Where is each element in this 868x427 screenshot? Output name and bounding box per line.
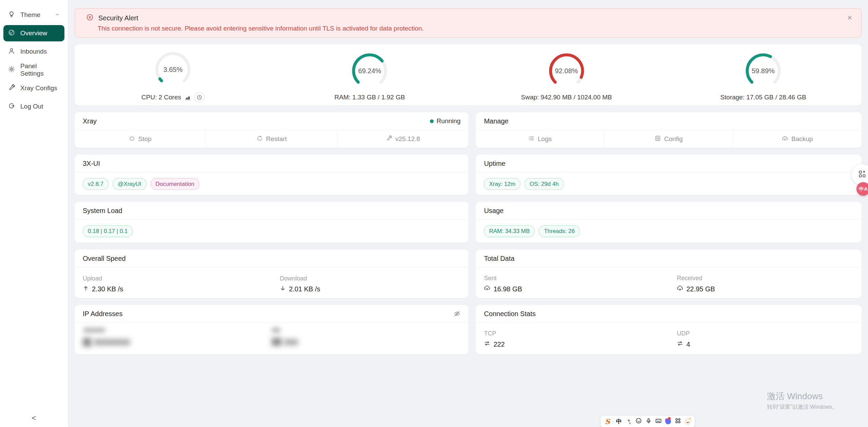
received-stat: Received 22.95 GB bbox=[669, 270, 862, 298]
logout-icon bbox=[8, 102, 15, 111]
keyboard-icon bbox=[655, 418, 662, 426]
udp-stat: UDP 4 bbox=[669, 325, 862, 353]
logs-button[interactable]: Logs bbox=[476, 130, 604, 148]
arrow-down-icon bbox=[280, 285, 286, 293]
swap-arrows-icon bbox=[677, 340, 683, 348]
ime-punctuation-button[interactable]: °, bbox=[625, 416, 633, 427]
ime-sticker-button[interactable]: ✦ bbox=[684, 416, 692, 427]
usage-card: Usage RAM: 34.33 MB Threads: 26 bbox=[476, 202, 862, 243]
grid-sparkle-icon bbox=[858, 170, 867, 180]
ip-addresses-card: IP Addresses bbox=[75, 305, 469, 354]
windows-activation-watermark: 激活 Windows 转到“设置”以激活 Windows。 bbox=[767, 390, 837, 411]
sent-value: 16.98 GB bbox=[493, 285, 522, 293]
version-tag[interactable]: v2.8.7 bbox=[83, 178, 108, 190]
upload-speed-value: 2.30 KB /s bbox=[92, 285, 123, 293]
sparkle-icon: ✦ bbox=[689, 417, 691, 420]
sidebar-item-label: Theme bbox=[20, 11, 50, 19]
translate-button[interactable]: 中A bbox=[856, 182, 868, 196]
ime-skin-button[interactable] bbox=[664, 416, 672, 427]
restart-button[interactable]: Restart bbox=[206, 130, 337, 148]
smiley-icon bbox=[635, 418, 642, 425]
ime-toolbar: S 中 °, ✦ bbox=[600, 416, 695, 427]
manage-card: Manage Logs Config bbox=[476, 112, 862, 148]
swap-percent: 92.08% bbox=[547, 51, 587, 91]
cpu-chart-icon[interactable] bbox=[184, 94, 191, 101]
xrayui-tag[interactable]: @XrayUI bbox=[113, 178, 146, 190]
usage-title: Usage bbox=[484, 207, 504, 215]
chevron-down-icon bbox=[55, 11, 60, 19]
cpu-percent: 3.65% bbox=[153, 50, 193, 90]
tcp-stat: TCP 222 bbox=[476, 325, 669, 353]
total-data-card: Total Data Sent 16.98 GB Received bbox=[476, 250, 862, 298]
ip-addresses-title: IP Addresses bbox=[83, 310, 122, 318]
toolbox-grid-icon bbox=[675, 418, 681, 425]
ime-language-mode-button[interactable]: 中 bbox=[615, 416, 623, 427]
sidebar-item-panel-settings[interactable]: Panel Settings bbox=[3, 62, 64, 78]
ime-divider bbox=[613, 419, 613, 425]
overall-speed-title: Overall Speed bbox=[83, 255, 126, 263]
threex-card: 3X-UI v2.8.7 @XrayUI Documentation bbox=[75, 155, 469, 195]
cpu-label: CPU: 2 Cores bbox=[141, 94, 181, 101]
sidebar-item-logout[interactable]: Log Out bbox=[3, 98, 64, 115]
swap-label: Swap: 942.90 MB / 1024.00 MB bbox=[521, 94, 612, 101]
connection-stats-card: Connection Stats TCP 222 UDP bbox=[476, 305, 862, 354]
sidebar-item-label: Panel Settings bbox=[20, 62, 60, 77]
dashboard-icon bbox=[8, 29, 15, 38]
ime-voice-button[interactable] bbox=[644, 416, 653, 427]
ram-usage-tag: RAM: 34.33 MB bbox=[484, 225, 535, 237]
xray-uptime-tag: Xray: 12m bbox=[484, 178, 520, 190]
os-uptime-tag: OS: 29d 4h bbox=[525, 178, 564, 190]
backup-button[interactable]: Backup bbox=[733, 130, 862, 148]
ip-addresses-hidden-content bbox=[75, 323, 469, 354]
eye-slash-icon[interactable] bbox=[454, 310, 460, 317]
config-file-icon bbox=[655, 135, 661, 143]
uptime-card-title: Uptime bbox=[484, 160, 505, 168]
ram-gauge: 69.24% RAM: 1.33 GB / 1.92 GB bbox=[271, 44, 468, 105]
udp-count: 4 bbox=[686, 341, 690, 348]
user-icon bbox=[8, 47, 15, 56]
sidebar-item-label: Xray Configs bbox=[20, 84, 60, 92]
cloud-download-icon bbox=[677, 285, 683, 293]
sent-stat: Sent 16.98 GB bbox=[476, 270, 669, 298]
app-layout: Theme Overview Inbounds bbox=[0, 0, 868, 427]
notification-dot bbox=[668, 417, 671, 420]
arrow-up-icon bbox=[83, 285, 89, 293]
sidebar-item-xray-configs[interactable]: Xray Configs bbox=[3, 80, 64, 96]
cpu-gauge: 3.65% CPU: 2 Cores bbox=[75, 44, 271, 105]
storage-label: Storage: 17.05 GB / 28.46 GB bbox=[720, 94, 806, 101]
sidebar: Theme Overview Inbounds bbox=[0, 0, 68, 427]
bulb-icon bbox=[8, 11, 15, 19]
sidebar-item-inbounds[interactable]: Inbounds bbox=[3, 43, 64, 60]
wrench-small-icon bbox=[386, 135, 392, 143]
xray-card: Xray Running Stop bbox=[75, 112, 469, 148]
swap-gauge: 92.08% Swap: 942.90 MB / 1024.00 MB bbox=[468, 44, 665, 105]
sidebar-item-label: Inbounds bbox=[20, 48, 60, 55]
cpu-history-clock-button[interactable] bbox=[194, 92, 204, 102]
sidebar-item-overview[interactable]: Overview bbox=[3, 25, 64, 41]
config-button[interactable]: Config bbox=[604, 130, 733, 148]
sidebar-item-theme[interactable]: Theme bbox=[3, 7, 64, 23]
connection-stats-title: Connection Stats bbox=[484, 310, 535, 318]
backup-cloud-icon bbox=[782, 135, 788, 143]
stop-button[interactable]: Stop bbox=[75, 130, 206, 148]
download-speed-value: 2.01 KB /s bbox=[289, 285, 320, 293]
system-load-title: System Load bbox=[83, 207, 122, 215]
sidebar-item-label: Log Out bbox=[20, 103, 60, 110]
threex-card-title: 3X-UI bbox=[83, 160, 100, 168]
documentation-tag[interactable]: Documentation bbox=[151, 178, 199, 190]
ram-label: RAM: 1.33 GB / 1.92 GB bbox=[334, 94, 405, 101]
xray-card-title: Xray bbox=[83, 117, 97, 125]
ime-logo-button[interactable]: S bbox=[603, 416, 612, 427]
security-alert-banner: Security Alert This connection is not se… bbox=[75, 8, 862, 38]
ime-toolbox-button[interactable] bbox=[674, 416, 682, 427]
close-icon[interactable]: ✕ bbox=[847, 15, 852, 21]
xray-status-badge: Running bbox=[430, 117, 461, 125]
system-load-card: System Load 0.18 | 0.17 | 0.1 bbox=[75, 202, 469, 243]
alert-title: Security Alert bbox=[98, 14, 138, 22]
ime-keyboard-button[interactable] bbox=[654, 416, 663, 427]
xray-version-button[interactable]: v25.12.8 bbox=[337, 130, 469, 148]
ime-emoji-button[interactable] bbox=[634, 416, 643, 427]
sidebar-collapse-button[interactable]: < bbox=[0, 411, 68, 425]
total-data-title: Total Data bbox=[484, 255, 514, 263]
tcp-count: 222 bbox=[493, 341, 505, 348]
